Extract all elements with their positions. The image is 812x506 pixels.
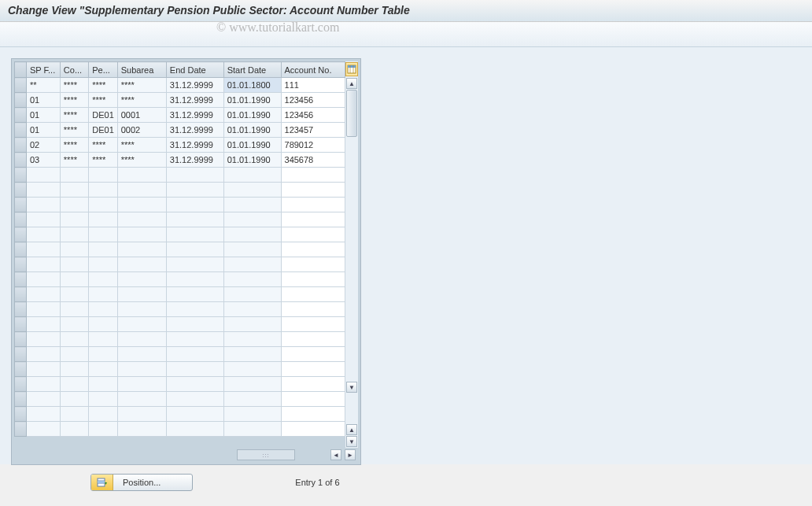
empty-cell[interactable] — [223, 227, 281, 242]
empty-cell[interactable] — [89, 198, 117, 212]
account-number-table[interactable]: SP F... Co... Pe... Subarea End Date Sta… — [14, 61, 345, 437]
scroll-thumb[interactable] — [346, 90, 357, 137]
empty-cell[interactable] — [166, 392, 223, 407]
empty-cell[interactable] — [166, 242, 223, 257]
empty-cell[interactable] — [60, 377, 88, 392]
scroll-track[interactable] — [345, 90, 358, 381]
row-selector[interactable] — [15, 347, 27, 362]
empty-cell[interactable] — [60, 168, 88, 183]
empty-cell[interactable] — [166, 422, 223, 437]
scroll-down-button[interactable]: ▼ — [346, 382, 357, 393]
table-row[interactable]: 01************31.12.999901.01.1990123456 — [15, 93, 345, 108]
empty-cell[interactable] — [27, 168, 61, 183]
empty-cell[interactable] — [60, 422, 88, 437]
empty-cell[interactable] — [223, 168, 281, 183]
empty-cell[interactable] — [60, 242, 88, 257]
empty-cell[interactable] — [166, 183, 223, 198]
col-header-start-date[interactable]: Start Date — [223, 62, 281, 78]
empty-cell[interactable] — [89, 287, 117, 302]
empty-cell[interactable] — [117, 317, 166, 332]
cell-sp[interactable]: 03 — [27, 153, 61, 168]
cell-sp[interactable]: 01 — [27, 123, 61, 138]
hscroll-track[interactable]: ::: — [237, 449, 295, 460]
empty-cell[interactable] — [281, 362, 345, 377]
empty-cell[interactable] — [223, 362, 281, 377]
empty-cell[interactable] — [281, 257, 345, 272]
empty-cell[interactable] — [281, 317, 345, 332]
empty-cell[interactable] — [223, 407, 281, 422]
empty-cell[interactable] — [89, 212, 117, 227]
empty-cell[interactable] — [27, 242, 61, 257]
cell-end_date[interactable]: 31.12.9999 — [166, 93, 223, 108]
table-row[interactable]: 02************31.12.999901.01.1990789012 — [15, 138, 345, 153]
cell-pe[interactable]: DE01 — [89, 108, 117, 123]
cell-start_date[interactable]: 01.01.1990 — [223, 138, 281, 153]
cell-sp[interactable]: 02 — [27, 138, 61, 153]
empty-cell[interactable] — [89, 257, 117, 272]
empty-cell[interactable] — [223, 183, 281, 198]
empty-cell[interactable] — [27, 302, 61, 317]
cell-account[interactable]: 123457 — [281, 123, 345, 138]
empty-cell[interactable] — [60, 332, 88, 347]
empty-cell[interactable] — [60, 212, 88, 227]
cell-pe[interactable]: **** — [89, 138, 117, 153]
empty-cell[interactable] — [166, 168, 223, 183]
empty-cell[interactable] — [89, 362, 117, 377]
empty-cell[interactable] — [60, 407, 88, 422]
empty-cell[interactable] — [281, 168, 345, 183]
empty-cell[interactable] — [281, 183, 345, 198]
table-row[interactable]: 01****DE01000231.12.999901.01.1990123457 — [15, 123, 345, 138]
row-selector[interactable] — [15, 168, 27, 183]
empty-cell[interactable] — [117, 347, 166, 362]
table-row-empty[interactable] — [15, 347, 345, 362]
row-selector[interactable] — [15, 138, 27, 153]
row-selector[interactable] — [15, 332, 27, 347]
cell-co[interactable]: **** — [60, 153, 88, 168]
col-header-pe[interactable]: Pe... — [89, 62, 117, 78]
empty-cell[interactable] — [89, 317, 117, 332]
empty-cell[interactable] — [117, 198, 166, 212]
scroll-up-button[interactable]: ▲ — [346, 78, 357, 89]
table-row-empty[interactable] — [15, 362, 345, 377]
empty-cell[interactable] — [281, 407, 345, 422]
row-selector[interactable] — [15, 153, 27, 168]
row-selector[interactable] — [15, 183, 27, 198]
empty-cell[interactable] — [27, 227, 61, 242]
empty-cell[interactable] — [60, 287, 88, 302]
empty-cell[interactable] — [166, 257, 223, 272]
row-selector[interactable] — [15, 392, 27, 407]
cell-end_date[interactable]: 31.12.9999 — [166, 108, 223, 123]
row-selector[interactable] — [15, 227, 27, 242]
empty-cell[interactable] — [27, 422, 61, 437]
empty-cell[interactable] — [166, 407, 223, 422]
row-selector[interactable] — [15, 422, 27, 437]
empty-cell[interactable] — [166, 317, 223, 332]
empty-cell[interactable] — [89, 392, 117, 407]
table-row-empty[interactable] — [15, 332, 345, 347]
empty-cell[interactable] — [27, 392, 61, 407]
empty-cell[interactable] — [117, 227, 166, 242]
empty-cell[interactable] — [27, 332, 61, 347]
row-selector[interactable] — [15, 287, 27, 302]
empty-cell[interactable] — [117, 422, 166, 437]
empty-cell[interactable] — [223, 422, 281, 437]
cell-subarea[interactable]: **** — [117, 138, 166, 153]
empty-cell[interactable] — [117, 362, 166, 377]
row-selector[interactable] — [15, 362, 27, 377]
cell-account[interactable]: 123456 — [281, 108, 345, 123]
cell-account[interactable]: 123456 — [281, 93, 345, 108]
cell-pe[interactable]: **** — [89, 78, 117, 93]
cell-subarea[interactable]: 0002 — [117, 123, 166, 138]
cell-pe[interactable]: **** — [89, 93, 117, 108]
empty-cell[interactable] — [117, 242, 166, 257]
empty-cell[interactable] — [27, 212, 61, 227]
empty-cell[interactable] — [281, 287, 345, 302]
empty-cell[interactable] — [27, 272, 61, 287]
scroll-up-secondary[interactable]: ▲ — [346, 424, 357, 435]
row-selector[interactable] — [15, 212, 27, 227]
empty-cell[interactable] — [281, 212, 345, 227]
empty-cell[interactable] — [166, 198, 223, 212]
cell-co[interactable]: **** — [60, 93, 88, 108]
empty-cell[interactable] — [60, 257, 88, 272]
empty-cell[interactable] — [60, 227, 88, 242]
